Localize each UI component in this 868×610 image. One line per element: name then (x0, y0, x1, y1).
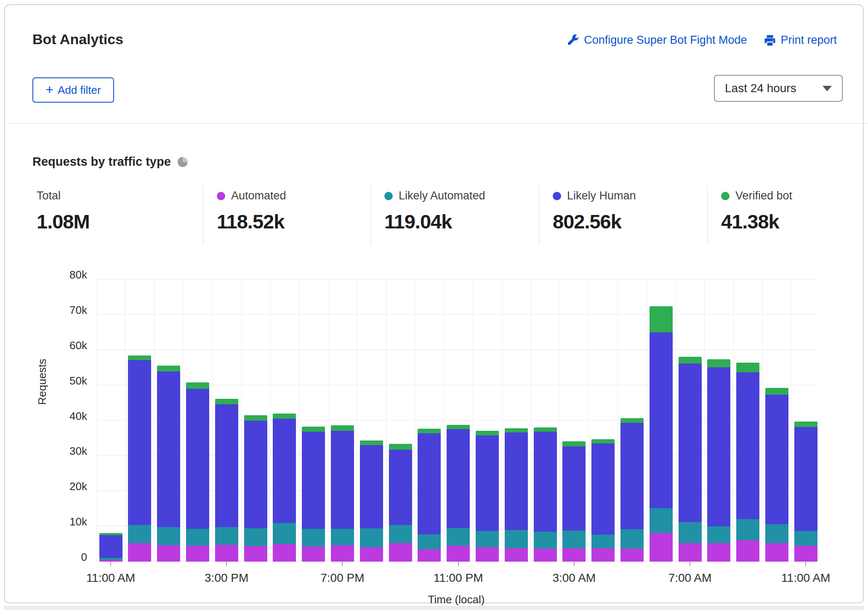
bar-9-00-am (736, 363, 759, 562)
segment-likely-automated (591, 535, 615, 548)
y-tick-label: 20k (41, 480, 87, 493)
segment-likely-automated (765, 524, 788, 543)
segment-verified-bot (534, 427, 557, 432)
legend-dot (553, 192, 561, 200)
legend-item-verified-bot[interactable]: Verified bot41.38k (707, 186, 846, 245)
segment-verified-bot (418, 429, 441, 433)
y-tick-label: 60k (41, 339, 87, 352)
segment-likely-automated (476, 531, 499, 547)
add-filter-button[interactable]: + Add filter (32, 77, 114, 103)
segment-automated (128, 543, 151, 562)
segment-verified-bot (707, 359, 730, 367)
bar-5-00-pm (273, 414, 296, 562)
gridline (94, 279, 818, 279)
segment-likely-human (650, 332, 673, 509)
segment-likely-human (99, 535, 122, 558)
segment-automated (620, 549, 644, 562)
bar-2-00-pm (186, 382, 209, 562)
segment-likely-human (476, 435, 499, 531)
y-tick-label: 80k (41, 268, 87, 281)
x-tick-label: 3:00 AM (528, 571, 620, 585)
legend-item-total: Total1.08M (32, 186, 203, 245)
gridline (299, 279, 299, 562)
bar-4-00-pm (244, 415, 267, 562)
segment-verified-bot (679, 357, 702, 364)
segment-automated (707, 543, 730, 562)
next-card-edge (4, 606, 864, 610)
gridline (183, 279, 184, 562)
segment-automated (794, 546, 817, 562)
segment-likely-automated (447, 528, 470, 546)
segment-likely-automated (215, 527, 238, 545)
segment-likely-human (620, 423, 644, 529)
segment-likely-automated (302, 529, 325, 546)
time-range-select[interactable]: Last 24 hours (714, 75, 843, 102)
bar-1-00-am (505, 428, 528, 562)
x-tick (805, 562, 806, 566)
x-tick-label: 7:00 PM (296, 571, 389, 585)
x-tick (226, 562, 227, 566)
segment-automated (562, 548, 586, 562)
print-report-link[interactable]: Print report (764, 34, 837, 47)
legend-label: Likely Automated (399, 189, 485, 202)
legend-value: 118.52k (217, 210, 370, 233)
bar-11-00-pm (447, 425, 470, 562)
segment-automated (215, 545, 238, 562)
segment-automated (505, 548, 528, 562)
traffic-type-legend: Total1.08MAutomated118.52kLikely Automat… (32, 186, 849, 245)
print-link-label: Print report (780, 34, 837, 47)
bar-12-00-am (476, 431, 499, 562)
wrench-icon (567, 34, 580, 47)
legend-item-likely-human[interactable]: Likely Human802.56k (539, 186, 707, 245)
segment-likely-human (215, 404, 238, 527)
segment-automated (418, 549, 441, 562)
page-title: Bot Analytics (32, 31, 123, 48)
legend-item-automated[interactable]: Automated118.52k (203, 186, 370, 245)
bar-4-00-am (591, 439, 615, 562)
gridline (94, 314, 818, 315)
segment-verified-bot (389, 444, 412, 450)
legend-label: Verified bot (735, 189, 792, 202)
legend-value: 802.56k (553, 210, 707, 233)
segment-likely-human (128, 360, 151, 525)
bar-11-00-am (99, 533, 122, 562)
segment-verified-bot (157, 366, 180, 371)
bar-12-00-pm (128, 355, 151, 562)
gridline (733, 279, 734, 562)
segment-automated (360, 547, 383, 562)
y-tick-label: 10k (41, 515, 87, 528)
segment-likely-automated (534, 532, 557, 549)
x-tick (342, 562, 343, 566)
configure-super-bot-fight-mode-link[interactable]: Configure Super Bot Fight Mode (567, 34, 747, 47)
configure-link-label: Configure Super Bot Fight Mode (584, 34, 747, 47)
legend-item-likely-automated[interactable]: Likely Automated119.04k (370, 186, 539, 245)
legend-value: 41.38k (721, 210, 846, 233)
segment-likely-automated (650, 508, 673, 533)
gridline (762, 279, 763, 562)
x-tick (690, 562, 690, 566)
segment-automated (765, 543, 788, 562)
segment-likely-human (591, 443, 615, 535)
gridline (618, 279, 618, 562)
segment-likely-automated (389, 525, 412, 543)
chevron-down-icon (823, 86, 832, 91)
gridline (125, 279, 125, 562)
gridline (791, 279, 792, 562)
segment-likely-human (562, 446, 586, 530)
y-tick-label: 70k (41, 304, 87, 317)
segment-likely-human (534, 432, 557, 531)
segment-likely-automated (736, 519, 759, 540)
segment-likely-human (186, 389, 209, 529)
gridline (531, 279, 531, 562)
section-title-label: Requests by traffic type (32, 155, 171, 169)
segment-verified-bot (650, 306, 673, 332)
x-tick-label: 7:00 AM (644, 571, 736, 585)
gridline (588, 279, 589, 562)
segment-verified-bot (128, 355, 151, 360)
gridline (357, 279, 357, 562)
segment-verified-bot (505, 428, 528, 432)
header-links: Configure Super Bot Fight Mode Print rep… (567, 34, 837, 47)
segment-likely-automated (244, 528, 267, 546)
segment-verified-bot (186, 382, 209, 389)
x-tick-label: 11:00 AM (64, 571, 157, 585)
